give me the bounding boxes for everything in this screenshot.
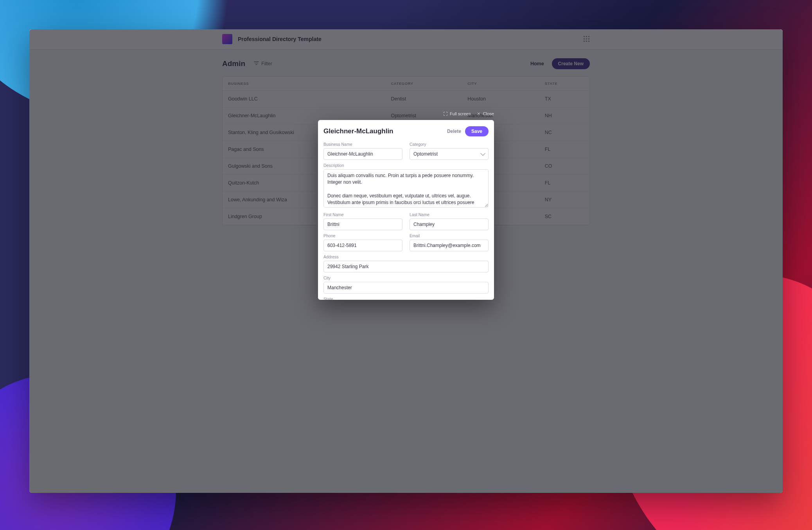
email-input[interactable]	[410, 240, 489, 251]
edit-business-modal: Gleichner-McLaughlin Delete Save Busines…	[318, 120, 494, 300]
phone-label: Phone	[323, 233, 402, 238]
last-name-label: Last Name	[410, 212, 489, 217]
description-label: Description	[323, 163, 489, 168]
edit-form: Business Name Category Optometrist Descr…	[323, 142, 489, 300]
city-input[interactable]	[323, 282, 489, 294]
modal-overlay[interactable]: Full screen Close Gleichner-McLaughlin D…	[29, 29, 783, 493]
email-label: Email	[410, 233, 489, 238]
address-input[interactable]	[323, 261, 489, 272]
business-name-input[interactable]	[323, 148, 402, 160]
save-button[interactable]: Save	[465, 126, 489, 136]
app-window: Professional Directory Template Admin Fi…	[29, 29, 783, 493]
modal-window-controls: Full screen Close	[318, 111, 494, 116]
last-name-input[interactable]	[410, 218, 489, 230]
fullscreen-icon	[443, 111, 448, 116]
first-name-label: First Name	[323, 212, 402, 217]
state-label: State	[323, 297, 489, 300]
fullscreen-label: Full screen	[450, 111, 471, 116]
close-icon	[476, 111, 481, 116]
delete-button[interactable]: Delete	[447, 129, 461, 134]
city-label: City	[323, 276, 489, 280]
phone-input[interactable]	[323, 240, 402, 251]
address-label: Address	[323, 254, 489, 259]
first-name-input[interactable]	[323, 218, 402, 230]
description-textarea[interactable]	[323, 169, 489, 208]
business-name-label: Business Name	[323, 142, 402, 147]
close-button[interactable]: Close	[476, 111, 494, 116]
fullscreen-button[interactable]: Full screen	[443, 111, 471, 116]
category-label: Category	[410, 142, 489, 147]
category-select[interactable]: Optometrist	[410, 148, 489, 160]
close-label: Close	[483, 111, 494, 116]
modal-title: Gleichner-McLaughlin	[323, 127, 393, 135]
